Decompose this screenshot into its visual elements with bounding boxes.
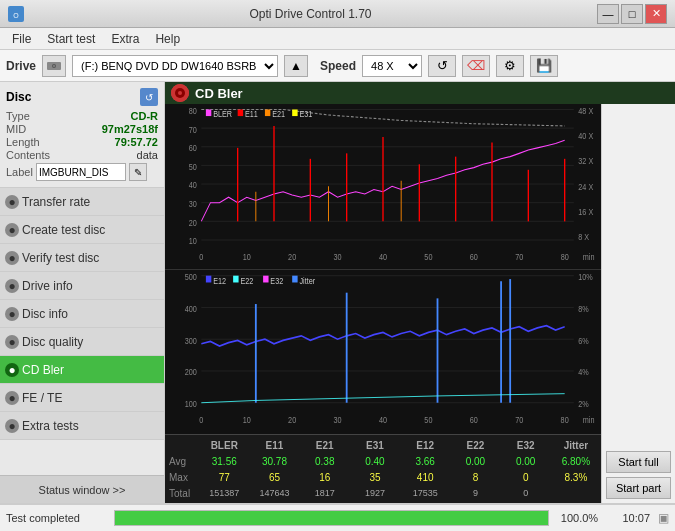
total-e31: 1927 <box>350 488 400 498</box>
right-buttons-panel: Start full Start part <box>601 104 675 503</box>
svg-rect-93 <box>206 275 211 282</box>
disc-panel: Disc ↺ Type CD-R MID 97m27s18f Length 79… <box>0 82 164 188</box>
stats-avg-row: Avg 31.56 30.78 0.38 0.40 3.66 0.00 0.00… <box>165 453 601 469</box>
main-area: Disc ↺ Type CD-R MID 97m27s18f Length 79… <box>0 82 675 503</box>
col-e21: E21 <box>300 440 350 451</box>
svg-rect-97 <box>263 275 268 282</box>
menubar: File Start test Extra Help <box>0 28 675 50</box>
sidebar-item-disc-quality[interactable]: ● Disc quality <box>0 328 164 356</box>
sidebar-item-fe-te[interactable]: ● FE / TE <box>0 384 164 412</box>
max-jitter: 8.3% <box>551 472 601 483</box>
svg-rect-60 <box>292 109 297 116</box>
sidebar-item-disc-info[interactable]: ● Disc info <box>0 300 164 328</box>
sidebar-label-drive-info: Drive info <box>22 279 73 293</box>
max-e11: 65 <box>249 472 299 483</box>
avg-e12: 3.66 <box>400 456 450 467</box>
svg-text:60: 60 <box>189 144 198 154</box>
svg-text:40 X: 40 X <box>578 131 594 141</box>
menu-extra[interactable]: Extra <box>103 30 147 48</box>
disc-panel-title: Disc <box>6 90 31 104</box>
max-e32: 0 <box>501 472 551 483</box>
disc-label-prefix: Label <box>6 166 33 178</box>
status-window-button[interactable]: Status window >> <box>0 475 164 503</box>
total-e21: 1817 <box>300 488 350 498</box>
maximize-button[interactable]: □ <box>621 4 643 24</box>
sidebar-item-extra-tests[interactable]: ● Extra tests <box>0 412 164 440</box>
sidebar-item-verify-test-disc[interactable]: ● Verify test disc <box>0 244 164 272</box>
svg-text:10: 10 <box>243 415 251 425</box>
eject-button[interactable]: ▲ <box>284 55 308 77</box>
svg-text:min: min <box>583 252 595 262</box>
sidebar-label-transfer-rate: Transfer rate <box>22 195 90 209</box>
disc-type-value: CD-R <box>131 110 159 122</box>
avg-e22: 0.00 <box>450 456 500 467</box>
refresh-button[interactable]: ↺ <box>428 55 456 77</box>
status-indicator-icon: ▣ <box>658 511 669 525</box>
svg-text:60: 60 <box>470 415 478 425</box>
disc-label-edit-button[interactable]: ✎ <box>129 163 147 181</box>
disc-length-label: Length <box>6 136 40 148</box>
start-full-button[interactable]: Start full <box>606 451 671 473</box>
drive-icon <box>42 55 66 77</box>
sidebar-item-transfer-rate[interactable]: ● Transfer rate <box>0 188 164 216</box>
disc-info-icon: ● <box>5 307 19 321</box>
svg-text:80: 80 <box>561 252 570 262</box>
svg-text:48 X: 48 X <box>578 106 594 116</box>
chart2-container: 500 400 300 200 100 10% 8% 6% 4% 2% 0 10 <box>165 269 601 435</box>
svg-text:0: 0 <box>199 252 204 262</box>
drive-select[interactable]: (F:) BENQ DVD DD DW1640 BSRB <box>72 55 278 77</box>
menu-start-test[interactable]: Start test <box>39 30 103 48</box>
svg-text:70: 70 <box>189 125 198 135</box>
disc-refresh-button[interactable]: ↺ <box>140 88 158 106</box>
svg-text:30: 30 <box>189 199 198 209</box>
erase-button[interactable]: ⌫ <box>462 55 490 77</box>
app-icon: O <box>8 6 24 22</box>
disc-mid-value: 97m27s18f <box>102 123 158 135</box>
disc-length-row: Length 79:57.72 <box>6 136 158 148</box>
avg-e31: 0.40 <box>350 456 400 467</box>
save-button[interactable]: 💾 <box>530 55 558 77</box>
window-title: Opti Drive Control 1.70 <box>24 7 597 21</box>
disc-length-value: 79:57.72 <box>115 136 158 148</box>
start-part-button[interactable]: Start part <box>606 477 671 499</box>
svg-rect-56 <box>238 109 243 116</box>
sidebar-item-drive-info[interactable]: ● Drive info <box>0 272 164 300</box>
menu-help[interactable]: Help <box>147 30 188 48</box>
close-button[interactable]: ✕ <box>645 4 667 24</box>
drive-label: Drive <box>6 59 36 73</box>
svg-text:70: 70 <box>515 252 524 262</box>
col-jitter: Jitter <box>551 440 601 451</box>
drive-info-icon: ● <box>5 279 19 293</box>
svg-text:80: 80 <box>561 415 569 425</box>
settings-button[interactable]: ⚙ <box>496 55 524 77</box>
chart1-svg: 80 70 60 50 40 30 20 10 48 X 40 X 32 X 2… <box>165 104 601 269</box>
stats-table: BLER E11 E21 E31 E12 E22 E32 Jitter Avg … <box>165 434 601 503</box>
disc-contents-value: data <box>137 149 158 161</box>
avg-e11: 30.78 <box>249 456 299 467</box>
sidebar-item-create-test-disc[interactable]: ● Create test disc <box>0 216 164 244</box>
col-e31: E31 <box>350 440 400 451</box>
col-e11: E11 <box>249 440 299 451</box>
stats-max-row: Max 77 65 16 35 410 8 0 8.3% <box>165 469 601 485</box>
total-e22: 9 <box>450 488 500 498</box>
chart2-svg: 500 400 300 200 100 10% 8% 6% 4% 2% 0 10 <box>165 270 601 435</box>
svg-text:E32: E32 <box>270 275 283 285</box>
svg-text:16 X: 16 X <box>578 207 594 217</box>
svg-text:24 X: 24 X <box>578 182 594 192</box>
sidebar-label-cd-bler: CD Bler <box>22 363 64 377</box>
sidebar-label-verify-test-disc: Verify test disc <box>22 251 99 265</box>
col-e12: E12 <box>400 440 450 451</box>
minimize-button[interactable]: — <box>597 4 619 24</box>
sidebar: Disc ↺ Type CD-R MID 97m27s18f Length 79… <box>0 82 165 503</box>
svg-rect-62 <box>165 270 601 435</box>
svg-rect-54 <box>206 109 211 116</box>
stats-header-row: BLER E11 E21 E31 E12 E22 E32 Jitter <box>165 437 601 453</box>
avg-jitter: 6.80% <box>551 456 601 467</box>
max-e31: 35 <box>350 472 400 483</box>
disc-label-input[interactable] <box>36 163 126 181</box>
menu-file[interactable]: File <box>4 30 39 48</box>
speed-select[interactable]: 48 X <box>362 55 422 77</box>
svg-text:32 X: 32 X <box>578 157 594 167</box>
sidebar-item-cd-bler[interactable]: ● CD Bler <box>0 356 164 384</box>
svg-rect-99 <box>292 275 297 282</box>
